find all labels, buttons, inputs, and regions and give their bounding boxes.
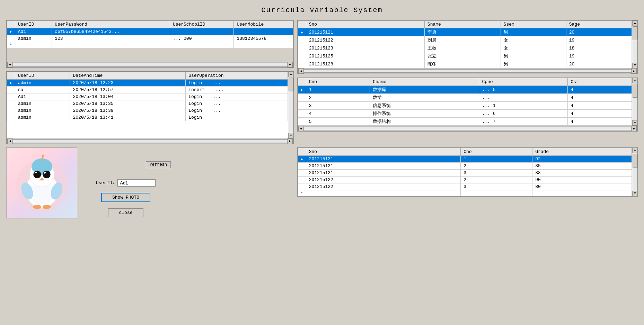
grade-table: Sno Cno Grade ▶ 201215121 1 92	[298, 148, 632, 196]
log-col-datetime: DateAndTime	[70, 72, 186, 79]
svg-point-17	[42, 205, 51, 209]
scroll-up-btn[interactable]: ▲	[632, 148, 638, 153]
svg-point-11	[35, 173, 38, 176]
student-col-sage: Sage	[566, 21, 632, 28]
user-col-userid: UserID	[15, 21, 52, 28]
table-row[interactable]: Ad1 2020/5/18 13:04 Login ...	[7, 93, 288, 100]
svg-point-12	[44, 173, 47, 176]
table-row[interactable]: ▶ 201215121 李勇 男 20	[298, 28, 632, 36]
grade-col-sno: Sno	[306, 148, 461, 155]
table-row[interactable]: 201215121 3 88	[298, 169, 632, 176]
course-col-ccr: Ccr	[568, 78, 632, 86]
table-row[interactable]: 201215122 2 90	[298, 176, 632, 183]
table-row[interactable]: 201215128 陈冬 男 20	[298, 60, 632, 68]
course-col-cpno: Cpno	[479, 78, 568, 86]
scroll-track[interactable]	[304, 127, 631, 130]
log-table-vscrollbar[interactable]: ▲ ▼	[288, 72, 293, 138]
scroll-up-btn[interactable]: ▲	[632, 78, 638, 83]
table-row[interactable]: 201215122 刘晨 女 19	[298, 36, 632, 44]
table-row[interactable]: 201215121 2 85	[298, 162, 632, 169]
user-table-panel: UserID UserPassWord UserSchoolID UserMob…	[6, 20, 294, 68]
log-table-scrollbar[interactable]: ◀ ▶	[7, 138, 293, 144]
scroll-left-btn[interactable]: ◀	[7, 62, 13, 67]
userid-input[interactable]	[117, 179, 156, 187]
table-row[interactable]: admin 123 ... 000 13812345678	[7, 35, 293, 42]
table-row[interactable]: admin 2020/5/18 13:39 Login ...	[7, 107, 288, 114]
user-col-password: UserPassWord	[52, 21, 170, 28]
log-table: UserID DateAndTime UserOperation ▶ admin…	[7, 72, 288, 121]
userid-label: UserID:	[96, 180, 115, 186]
scroll-track[interactable]	[13, 139, 287, 143]
photo-display	[6, 147, 77, 218]
scroll-up-btn[interactable]: ▲	[632, 20, 638, 26]
course-table-vscrollbar[interactable]: ▲ ▼	[632, 78, 637, 126]
table-row[interactable]: 201215125 张立 男 19	[298, 52, 632, 60]
scroll-down-btn[interactable]: ▼	[632, 191, 638, 196]
table-row[interactable]: ▶ 201215121 1 92	[298, 155, 632, 162]
grade-col-cno: Cno	[461, 148, 532, 155]
student-table: Sno Sname Ssex Sage ▶ 201215121 李勇	[298, 20, 632, 68]
scroll-right-btn[interactable]: ▶	[287, 62, 293, 67]
scroll-down-btn[interactable]: ▼	[632, 120, 638, 126]
course-table-scrollbar[interactable]: ◀ ▶	[298, 126, 637, 131]
scroll-left-btn[interactable]: ◀	[7, 138, 13, 144]
user-col-mobile: UserMobile	[234, 21, 293, 28]
scroll-left-btn[interactable]: ◀	[298, 68, 304, 74]
table-row[interactable]: 5 数据结构 ... 7 4	[298, 118, 632, 126]
userid-row: UserID:	[96, 179, 156, 187]
user-table-scrollbar[interactable]: ◀ ▶	[7, 62, 293, 67]
user-col-schoolid: UserSchoolID	[170, 21, 234, 28]
log-col-operation: UserOperation	[186, 72, 288, 79]
scroll-right-btn[interactable]: ▶	[287, 138, 293, 144]
table-row[interactable]: 4 操作系统 ... 6 4	[298, 110, 632, 118]
table-row[interactable]: ▶ admin 2020/5/18 12:23 Login ...	[7, 79, 288, 86]
show-photo-button[interactable]: Show PHOTO	[101, 193, 150, 202]
course-col-cname: Cname	[370, 78, 479, 86]
table-row[interactable]: admin 2020/5/18 13:35 Login ...	[7, 100, 288, 107]
student-col-ssex: Ssex	[501, 21, 566, 28]
table-row[interactable]: 201215123 王敏 女 18	[298, 44, 632, 52]
scroll-track[interactable]	[13, 63, 287, 66]
svg-point-16	[33, 205, 41, 209]
scroll-right-btn[interactable]: ▶	[631, 68, 637, 74]
student-col-sname: Sname	[424, 21, 501, 28]
table-row[interactable]: admin 2020/5/18 13:41 Login	[7, 114, 288, 121]
page-title: Curricula Variable System	[0, 0, 644, 18]
grade-col-grade: Grade	[532, 148, 632, 155]
grade-table-panel: Sno Cno Grade ▶ 201215121 1 92	[297, 147, 638, 197]
table-row[interactable]: 3 信息系统 ... 1 4	[298, 102, 632, 110]
scroll-down-btn[interactable]: ▼	[632, 63, 638, 68]
table-row[interactable]: sa 2020/5/18 12:57 Insert ...	[7, 86, 288, 93]
scroll-track[interactable]	[304, 69, 631, 73]
log-col-userid: UserID	[15, 72, 70, 79]
controls-panel: refresh UserID: Show PHOTO close	[81, 147, 171, 217]
close-button[interactable]: close	[108, 208, 143, 217]
bird-image	[12, 153, 71, 212]
student-table-scrollbar[interactable]: ◀ ▶	[298, 68, 637, 74]
student-col-sno: Sno	[306, 21, 424, 28]
table-row[interactable]: 201215122 3 80	[298, 183, 632, 190]
user-table: UserID UserPassWord UserSchoolID UserMob…	[7, 20, 293, 62]
grade-table-vscrollbar[interactable]: ▲ ▼	[632, 148, 637, 196]
scroll-down-btn[interactable]: ▼	[288, 133, 294, 138]
course-table: Cno Cname Cpno Ccr ▶ 1 数据库 ... 5	[298, 78, 632, 126]
scroll-right-btn[interactable]: ▶	[631, 126, 637, 131]
table-row-new[interactable]: *	[7, 42, 293, 48]
grade-section: Sno Cno Grade ▶ 201215121 1 92	[297, 147, 638, 197]
course-col-cno: Cno	[306, 78, 370, 86]
table-row[interactable]: ▶ Ad1 c6f057b86584942e41543...	[7, 28, 293, 35]
course-table-panel: Cno Cname Cpno Ccr ▶ 1 数据库 ... 5	[297, 78, 638, 132]
table-row-new[interactable]: *	[298, 190, 632, 196]
scroll-left-btn[interactable]: ◀	[298, 126, 304, 131]
student-table-panel: Sno Sname Ssex Sage ▶ 201215121 李勇	[297, 20, 638, 74]
table-row[interactable]: 2 数学 ... 4	[298, 94, 632, 102]
scroll-up-btn[interactable]: ▲	[288, 72, 294, 77]
svg-point-6	[42, 154, 44, 157]
student-table-vscrollbar[interactable]: ▲ ▼	[632, 20, 637, 68]
table-row[interactable]: ▶ 1 数据库 ... 5 4	[298, 86, 632, 94]
refresh-button[interactable]: refresh	[146, 161, 171, 168]
log-table-panel: UserID DateAndTime UserOperation ▶ admin…	[6, 71, 294, 144]
